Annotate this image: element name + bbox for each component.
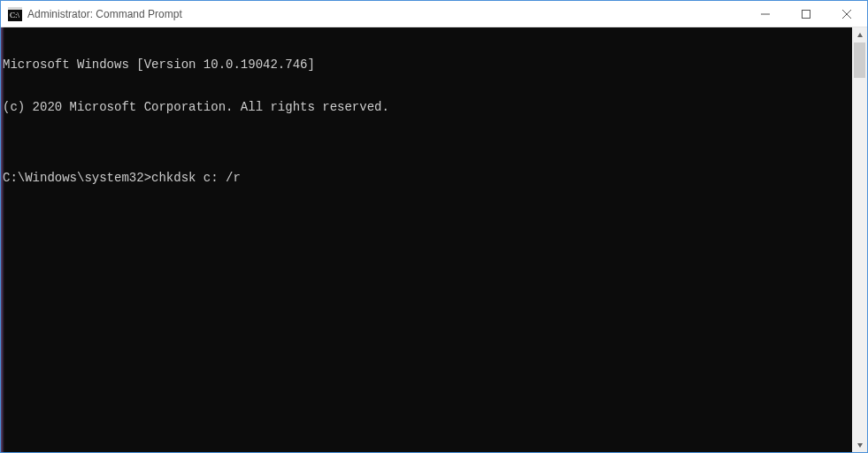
scroll-up-button[interactable]	[852, 27, 867, 42]
scrollbar-thumb[interactable]	[854, 42, 865, 78]
scrollbar-track[interactable]	[852, 42, 867, 437]
terminal-prompt-line: C:\Windows\system32>chkdsk c: /r	[3, 171, 850, 185]
client-area: Microsoft Windows [Version 10.0.19042.74…	[1, 27, 867, 452]
terminal-prompt: C:\Windows\system32>	[3, 171, 151, 185]
svg-marker-7	[857, 33, 863, 37]
scroll-down-button[interactable]	[852, 437, 867, 452]
app-icon: C:\	[8, 7, 22, 21]
terminal-line: Microsoft Windows [Version 10.0.19042.74…	[3, 58, 850, 72]
terminal-line: (c) 2020 Microsoft Corporation. All righ…	[3, 100, 850, 114]
vertical-scrollbar[interactable]	[852, 27, 867, 452]
svg-rect-1	[8, 7, 22, 10]
terminal-command: chkdsk c: /r	[151, 171, 241, 185]
minimize-button[interactable]	[745, 1, 786, 27]
command-prompt-window: C:\ Administrator: Command Prompt Micros…	[0, 0, 868, 453]
maximize-button[interactable]	[786, 1, 826, 27]
svg-text:C:\: C:\	[10, 11, 20, 19]
terminal-output[interactable]: Microsoft Windows [Version 10.0.19042.74…	[1, 27, 852, 452]
titlebar[interactable]: C:\ Administrator: Command Prompt	[1, 1, 867, 27]
window-title: Administrator: Command Prompt	[27, 8, 182, 20]
close-button[interactable]	[826, 1, 867, 27]
svg-marker-8	[857, 443, 863, 448]
svg-rect-4	[803, 10, 810, 18]
